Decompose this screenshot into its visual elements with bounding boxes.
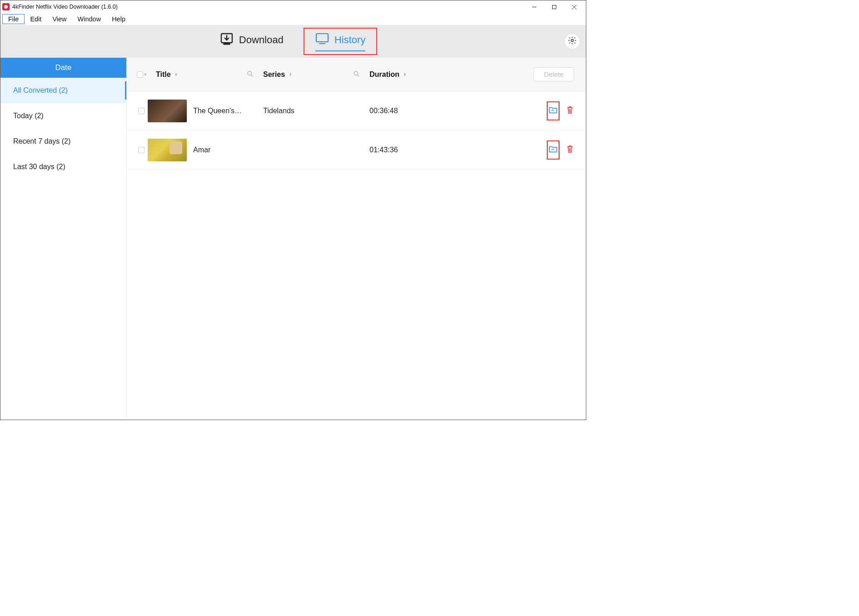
row-title: Amar (193, 146, 210, 154)
delete-row-button[interactable] (566, 145, 574, 155)
row-duration: 00:36:48 (370, 107, 398, 115)
minimize-button[interactable] (524, 0, 544, 13)
svg-rect-7 (224, 43, 230, 45)
sidebar-item-today[interactable]: Today (2) (0, 103, 126, 129)
settings-button[interactable] (565, 34, 579, 49)
menubar: File Edit View Window Help (0, 13, 586, 25)
search-icon[interactable] (247, 70, 253, 79)
row-title: The Queen's… (193, 107, 242, 115)
close-button[interactable] (564, 0, 584, 13)
table-row: The Queen's… Tidelands 00:36:48 (127, 91, 586, 130)
table-row: Amar 01:43:36 (127, 130, 586, 170)
header-title[interactable]: Title (156, 70, 171, 79)
menu-view[interactable]: View (47, 15, 72, 24)
thumbnail (148, 100, 187, 122)
svg-line-14 (358, 75, 360, 76)
download-icon (220, 32, 234, 48)
sort-icon[interactable]: ▲▼ (289, 73, 292, 76)
folder-icon (549, 145, 558, 155)
titlebar: 4kFinder Netflix Video Downloader (1.6.0… (0, 0, 586, 13)
sidebar-header: Date (0, 58, 126, 78)
delete-button[interactable]: Delete (534, 67, 574, 81)
sort-icon[interactable]: ▲▼ (403, 73, 407, 76)
delete-row-button[interactable] (566, 105, 574, 116)
nav-download-label: Download (239, 34, 284, 46)
sidebar-item-recent-7-days[interactable]: Recent 7 days (2) (0, 129, 126, 154)
open-folder-button[interactable] (547, 101, 559, 120)
monitor-icon (315, 32, 329, 48)
nav-download[interactable]: Download (209, 28, 295, 55)
chevron-down-icon[interactable]: ▾ (144, 72, 146, 77)
svg-rect-2 (552, 5, 556, 9)
svg-rect-8 (316, 34, 328, 42)
svg-point-0 (4, 5, 8, 9)
menu-window[interactable]: Window (72, 15, 107, 24)
menu-help[interactable]: Help (106, 15, 131, 24)
row-duration: 01:43:36 (370, 146, 398, 154)
nav-history[interactable]: History (304, 28, 377, 55)
search-icon[interactable] (353, 70, 360, 79)
row-checkbox[interactable] (138, 108, 145, 114)
open-folder-button[interactable] (547, 140, 559, 160)
gear-icon (568, 36, 577, 47)
folder-icon (549, 106, 558, 116)
sort-icon[interactable]: ▲▼ (175, 73, 178, 76)
header-duration[interactable]: Duration (370, 70, 400, 79)
nav-history-label: History (335, 34, 365, 46)
main: ▾ Title ▲▼ Series ▲▼ Duration ▲▼ Del (127, 58, 586, 420)
svg-point-13 (354, 71, 358, 75)
menu-file[interactable]: File (2, 14, 25, 24)
sidebar: Date All Converted (2) Today (2) Recent … (0, 58, 127, 420)
toolbar: Download History (0, 25, 586, 58)
maximize-button[interactable] (544, 0, 564, 13)
table-header: ▾ Title ▲▼ Series ▲▼ Duration ▲▼ Del (127, 58, 586, 91)
header-series[interactable]: Series (263, 70, 285, 79)
sidebar-item-last-30-days[interactable]: Last 30 days (2) (0, 154, 126, 180)
select-all-checkbox[interactable] (137, 71, 143, 78)
svg-line-12 (251, 75, 253, 76)
row-checkbox[interactable] (138, 147, 145, 153)
sidebar-item-all-converted[interactable]: All Converted (2) (0, 78, 126, 103)
thumbnail (148, 139, 187, 161)
window-title: 4kFinder Netflix Video Downloader (1.6.0… (12, 4, 118, 10)
row-series: Tidelands (263, 107, 295, 115)
app-icon (2, 3, 10, 10)
menu-edit[interactable]: Edit (25, 15, 47, 24)
svg-point-10 (571, 40, 574, 42)
svg-point-11 (248, 71, 252, 75)
